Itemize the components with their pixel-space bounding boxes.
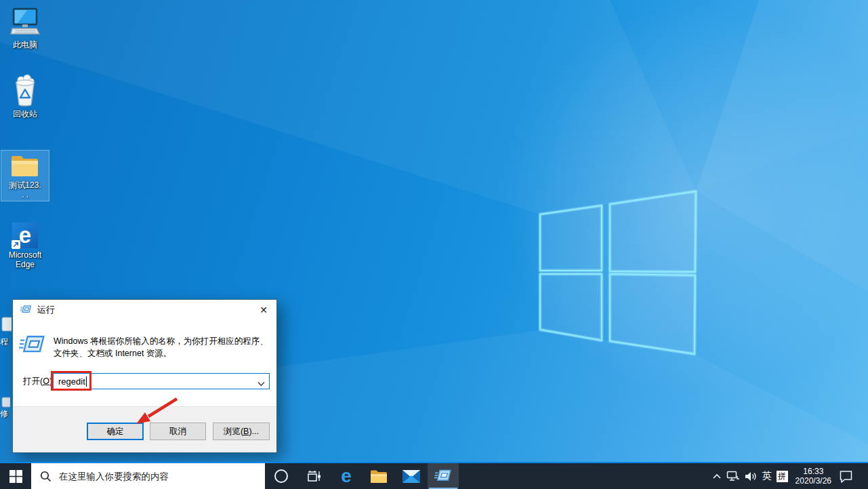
edge-icon: e [341, 467, 352, 486]
run-command-input[interactable]: regedit [53, 373, 270, 389]
desktop-icon-label-line2: Edge [16, 260, 35, 269]
browse-button[interactable]: 浏览(B)... [213, 423, 270, 440]
edge-e-glyph: e [19, 224, 31, 247]
search-input[interactable] [58, 471, 254, 482]
tray-network-button[interactable] [726, 471, 740, 482]
windows-start-icon [9, 470, 22, 483]
edge-tile-icon: e [12, 222, 38, 248]
desktop-icon-label: 回收站 [13, 109, 37, 119]
tray-show-hidden-icons-button[interactable] [712, 473, 722, 480]
description-line1: Windows 将根据你所输入的名称，为你打开相应的程序、 [54, 336, 270, 348]
taskbar-file-explorer-button[interactable] [363, 463, 395, 489]
cortana-icon [274, 469, 289, 484]
run-dialog-titlebar[interactable]: 运行 ✕ [13, 300, 276, 319]
recycle-bin-icon [11, 75, 39, 107]
search-icon [40, 471, 51, 482]
open-field-label: 打开(O): [23, 376, 55, 387]
run-icon [434, 469, 452, 484]
show-desktop-strip[interactable] [858, 463, 861, 489]
this-pc-icon [9, 7, 41, 38]
shortcut-arrow-icon [12, 240, 20, 249]
tray-ime-language[interactable]: 英 [762, 470, 772, 482]
tray-volume-button[interactable] [745, 471, 758, 482]
mail-icon [402, 470, 420, 483]
ok-button[interactable]: 确定 [87, 423, 144, 440]
desktop-icon-label: Microsoft [9, 250, 42, 260]
chevron-up-icon [712, 473, 722, 480]
taskbar-cortana-button[interactable] [265, 463, 297, 489]
cancel-button[interactable]: 取消 [150, 423, 206, 440]
dialog-button-row: 确定 取消 浏览(B)... [13, 406, 276, 452]
network-icon [726, 471, 740, 482]
speaker-icon [745, 471, 758, 482]
taskbar: e [0, 462, 868, 489]
run-command-value: regedit [58, 376, 85, 387]
run-dialog-description: Windows 将根据你所输入的名称，为你打开相应的程序、 文件夹、文档或 In… [54, 336, 270, 359]
desktop-icon-label: 此电脑 [13, 40, 37, 50]
hidden-desktop-icon-label-fragment: 修 [0, 408, 9, 418]
hidden-desktop-icon-fragment [0, 396, 10, 408]
start-button[interactable] [0, 463, 31, 489]
text-caret [86, 376, 87, 387]
file-explorer-icon [370, 469, 388, 484]
task-view-icon [307, 470, 321, 483]
taskbar-run-app-button-active[interactable] [428, 463, 459, 489]
desktop-icon-recycle-bin[interactable]: 回收站 [1, 75, 49, 119]
run-icon [20, 305, 32, 315]
hidden-desktop-icon-fragment [0, 316, 12, 336]
desktop-icon-test-folder[interactable]: 测试123. . . [1, 151, 49, 201]
tray-clock[interactable]: 16:33 2020/3/26 [793, 467, 834, 486]
description-line2: 文件夹、文档或 Internet 资源。 [54, 348, 270, 360]
dialog-title: 运行 [37, 304, 55, 316]
tray-time: 16:33 [795, 467, 831, 477]
close-icon[interactable]: ✕ [255, 302, 272, 318]
desktop-icon-this-pc[interactable]: 此电脑 [1, 7, 49, 50]
tray-action-center-button[interactable] [839, 470, 853, 483]
desktop-icon-label: 测试123. [9, 180, 41, 190]
hidden-desktop-icon-label-fragment: 程 [0, 336, 9, 347]
tray-date: 2020/3/26 [795, 476, 831, 486]
action-center-icon [839, 470, 853, 483]
run-dialog-window: 运行 ✕ Windows 将根据你所输入的名称，为你打开相应的程序、 文件夹、文… [12, 299, 277, 453]
chevron-down-icon[interactable] [257, 378, 265, 389]
desktop-icon-microsoft-edge[interactable]: e Microsoft Edge [1, 222, 49, 269]
tray-ime-mode-badge[interactable]: 拼 [777, 471, 788, 482]
taskbar-mail-button[interactable] [395, 463, 428, 489]
taskbar-search-box[interactable] [31, 463, 265, 489]
taskbar-task-view-button[interactable] [297, 463, 330, 489]
desktop-icon-label-line2: . . [22, 190, 28, 199]
folder-icon [9, 153, 41, 178]
taskbar-edge-button[interactable]: e [330, 463, 363, 489]
system-tray: 英 拼 16:33 2020/3/26 [712, 463, 868, 489]
windows-logo-wallpaper [540, 191, 696, 354]
run-icon-large [19, 334, 46, 359]
